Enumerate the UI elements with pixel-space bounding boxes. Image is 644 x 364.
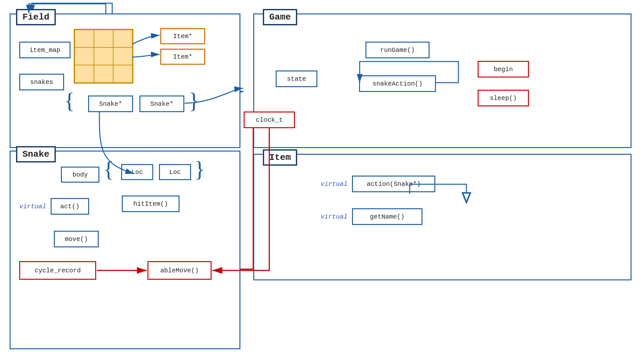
grid-cell [75, 65, 94, 83]
grid-cell [75, 47, 94, 65]
virtual-keyword-1: virtual [19, 203, 46, 210]
game-label: Game [263, 9, 297, 25]
item-star-2-box: Item* [160, 49, 205, 65]
item-star-1-box: Item* [160, 28, 205, 44]
item-panel [253, 154, 631, 280]
begin-box: begin [478, 61, 529, 78]
snake-action-box: snakeAction() [359, 75, 436, 92]
virtual-getname-group: virtual getName() [321, 208, 422, 225]
grid-cell [113, 47, 132, 65]
curly-open-snakes: { [64, 90, 75, 112]
able-move-box: ableMove() [147, 261, 212, 280]
virtual-act-group: virtual act() [19, 198, 89, 215]
snakes-box: snakes [19, 74, 64, 90]
grid-cell [75, 30, 94, 47]
cycle-record-box: cycle_record [19, 261, 96, 280]
virtual-keyword-3: virtual [321, 213, 347, 220]
field-label: Field [16, 9, 56, 25]
grid-cell [113, 30, 132, 47]
state-box: state [276, 70, 317, 87]
run-game-box: runGame() [365, 42, 430, 58]
item-label: Item [263, 149, 297, 166]
curly-close-body: } [194, 158, 205, 181]
move-box: move() [54, 231, 99, 247]
sleep-box: sleep() [478, 90, 529, 106]
get-name-box: getName() [352, 208, 422, 225]
item-map-box: item_map [19, 42, 71, 58]
virtual-keyword-2: virtual [321, 180, 347, 188]
grid-cell [94, 47, 113, 65]
grid-cell [94, 65, 113, 83]
loc-2-box: Loc [159, 164, 191, 180]
hit-item-box: hitItem() [122, 195, 180, 212]
snake-star-2-box: Snake* [139, 95, 184, 112]
grid-cell [94, 30, 113, 47]
snake-panel [10, 151, 240, 349]
curly-close-snakes: } [188, 90, 199, 112]
loc-1-box: Loc [121, 164, 153, 180]
snake-label: Snake [16, 146, 56, 162]
diagram: Field item_map snakes Item* Item* { Snak… [0, 0, 644, 364]
action-snake-box: action(Snake*) [352, 176, 435, 192]
act-box: act() [51, 198, 89, 215]
clock-t-box: clock_t [244, 112, 295, 128]
grid-cell [113, 65, 132, 83]
item-map-grid [74, 29, 133, 84]
virtual-action-group: virtual action(Snake*) [321, 176, 435, 192]
snake-star-1-box: Snake* [88, 95, 133, 112]
curly-open-body: { [103, 158, 114, 181]
body-box: body [61, 167, 99, 183]
